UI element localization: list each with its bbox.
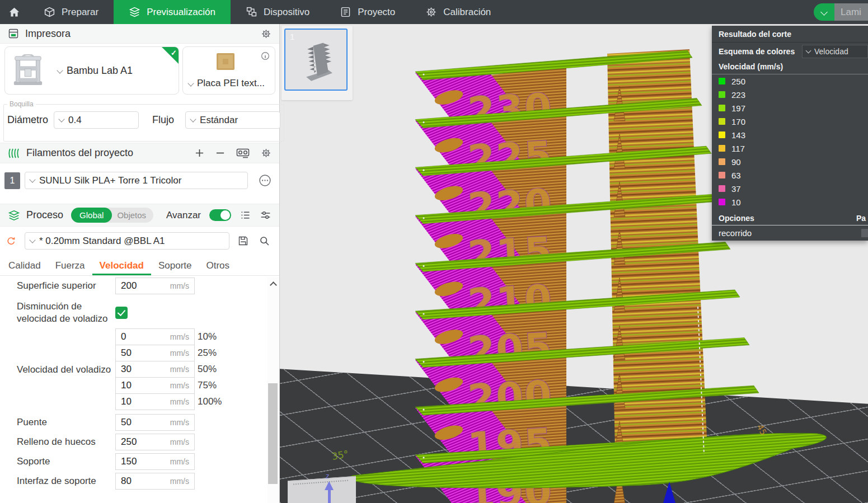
color-scheme-value: Velocidad [814, 47, 848, 56]
axis-cone-icon [663, 482, 675, 503]
ams-sync-icon[interactable] [236, 148, 250, 159]
overhang-speed-row: 30mm/s50% [115, 361, 222, 378]
filament-icon [8, 148, 20, 159]
scope-objects[interactable]: Objetos [112, 210, 153, 220]
nav-home[interactable] [0, 0, 29, 24]
tune-icon[interactable] [260, 209, 271, 221]
overhang-speed-row: 0mm/s10% [115, 328, 222, 345]
reset-icon[interactable] [6, 236, 17, 247]
nav-proyecto[interactable]: Proyecto [325, 0, 410, 24]
plate-image [215, 52, 236, 73]
add-filament-icon[interactable] [195, 148, 204, 158]
legend-value: 117 [731, 144, 745, 153]
scrollbar-thumb[interactable] [268, 383, 278, 484]
legend-value: 63 [731, 171, 741, 180]
tab-velocidad[interactable]: Velocidad [92, 255, 151, 275]
overhang-speed-input[interactable]: 10mm/s [115, 393, 195, 410]
filament-section-title: Filamentos del proyecto [26, 147, 133, 159]
process-layers-icon [8, 209, 20, 222]
nozzle-legend: Boquilla [7, 100, 36, 108]
options-column-label: Pa [856, 214, 866, 223]
navigation-cube[interactable] [288, 476, 356, 503]
scope-toggle[interactable]: Global Objetos [71, 208, 153, 223]
filament-row: 1 SUNLU Silk PLA+ Torre 1 Tricolor [0, 172, 279, 191]
flow-select[interactable]: Estándar [185, 111, 280, 129]
list-view-icon[interactable] [240, 209, 251, 221]
overhang-speed-row: 10mm/s100% [115, 393, 222, 410]
option-label: recorrido [719, 228, 752, 238]
color-scheme-select[interactable]: Velocidad [802, 45, 868, 58]
printer-name: Bambu Lab A1 [67, 65, 133, 77]
save-preset-icon[interactable] [237, 235, 249, 247]
nav-calibracion[interactable]: Calibración [410, 0, 506, 24]
topbar-nav: PrepararPrevisualizaciónDispositivoProye… [0, 0, 506, 24]
advanced-toggle[interactable] [209, 209, 231, 221]
top-surface-speed-input[interactable]: 200 mm/s [115, 278, 195, 294]
overhang-speed-input[interactable]: 10mm/s [115, 377, 195, 394]
input-unit: mm/s [170, 381, 189, 390]
preset-row: * 0.20mm Standard @BBL A1 [0, 232, 279, 251]
remove-filament-icon[interactable] [215, 148, 225, 158]
search-icon[interactable] [259, 235, 270, 247]
slice-button[interactable]: Lami [834, 3, 868, 21]
speed-input[interactable]: 150mm/s [115, 453, 195, 470]
tab-otros[interactable]: Otros [199, 255, 237, 275]
scroll-up-icon[interactable] [270, 281, 277, 289]
filament-settings-gear-icon[interactable] [261, 148, 271, 158]
input-unit: mm/s [170, 457, 189, 466]
plate-card[interactable]: Placa PEI text... [182, 46, 275, 95]
legend-value: 37 [731, 184, 741, 194]
input-unit: mm/s [170, 332, 189, 341]
preset-select[interactable]: * 0.20mm Standard @BBL A1 [25, 232, 229, 250]
legend-value: 250 [731, 77, 745, 86]
legend-color-swatch [719, 172, 725, 178]
nav-preparar[interactable]: Preparar [29, 0, 114, 24]
scope-global[interactable]: Global [71, 208, 112, 223]
slice-dropdown-button[interactable] [814, 3, 834, 21]
setting-row: Superficie superior 200 mm/s [0, 278, 267, 294]
nav-dispositivo[interactable]: Dispositivo [231, 0, 325, 24]
travel-checkbox[interactable] [861, 229, 868, 237]
nav-label: Preparar [62, 7, 98, 18]
overhang-speed-input[interactable]: 30mm/s [115, 361, 195, 378]
overhang-speed-input[interactable]: 50mm/s [115, 345, 195, 361]
input-unit: mm/s [170, 438, 189, 446]
overhang-speed-input[interactable]: 0mm/s [115, 328, 195, 345]
chevron-down-icon [29, 237, 35, 243]
printer-settings-gear-icon[interactable] [261, 29, 271, 39]
flow-value: Estándar [200, 115, 238, 126]
legend-item: 223 [712, 88, 868, 101]
setting-row: Soporte150mm/s [0, 453, 267, 470]
setting-row: Puente50mm/s [0, 414, 267, 431]
color-scheme-label: Esquema de colores [719, 47, 795, 56]
tab-fuerza[interactable]: Fuerza [48, 255, 92, 275]
info-icon[interactable] [260, 51, 270, 61]
diameter-value: 0.4 [68, 115, 82, 126]
filament-more-icon[interactable] [259, 174, 271, 187]
filament-slot-number[interactable]: 1 [4, 172, 20, 189]
legend-color-swatch [719, 185, 725, 192]
plate-thumbnail[interactable]: 1 [284, 29, 348, 91]
tab-calidad[interactable]: Calidad [1, 255, 48, 275]
chevron-down-icon [806, 48, 811, 54]
legend-color-swatch [719, 78, 725, 84]
overhang-speed-row: 10mm/s75% [115, 377, 222, 394]
nav-previsualizacion[interactable]: Previsualización [114, 0, 231, 24]
filament-select[interactable]: SUNLU Silk PLA+ Torre 1 Tricolor [25, 172, 248, 189]
speed-input[interactable]: 80mm/s [115, 473, 195, 490]
diameter-select[interactable]: 0.4 [54, 111, 139, 129]
tab-soporte[interactable]: Soporte [151, 255, 199, 275]
input-unit: mm/s [170, 281, 189, 290]
speed-input[interactable]: 250mm/s [115, 434, 195, 450]
overhang-slowdown-checkbox[interactable] [115, 307, 128, 319]
legend-color-swatch [719, 105, 725, 111]
input-unit: mm/s [170, 365, 189, 374]
printer-icon [8, 28, 19, 39]
printer-section-header: Impresora [0, 24, 279, 44]
flow-label: Flujo [152, 114, 174, 126]
plate-model-preview [292, 34, 342, 86]
chevron-down-icon [57, 67, 63, 73]
speed-input[interactable]: 50mm/s [115, 414, 195, 431]
printer-card[interactable]: Bambu Lab A1 [4, 46, 179, 95]
settings-scrollbar[interactable] [267, 277, 279, 503]
